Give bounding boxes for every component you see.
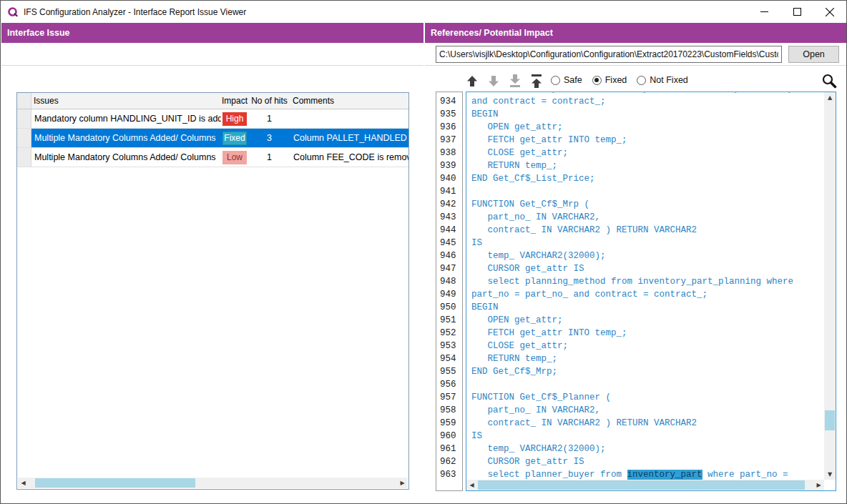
- line-number: 962: [436, 455, 462, 468]
- close-icon: [826, 8, 834, 16]
- code-line: BEGIN: [471, 108, 824, 121]
- line-number: 948: [436, 275, 462, 288]
- line-number: 951: [436, 314, 462, 327]
- comment-cell: Column FEE_CODE is removed f: [290, 148, 408, 167]
- code-line: select planner_buyer from inventory_part…: [471, 468, 824, 480]
- line-number: 959: [436, 417, 462, 430]
- column-header-impact[interactable]: Impact: [221, 93, 248, 109]
- issues-horizontal-scrollbar[interactable]: ◀ ▶: [18, 478, 408, 488]
- radio-not-fixed[interactable]: Not Fixed: [637, 75, 688, 85]
- code-line: END Get_Cf$_Mrp;: [471, 365, 824, 378]
- radio-circle-icon[interactable]: [551, 76, 560, 85]
- code-line: FUNCTION Get_Cf$_Mrp (: [471, 198, 824, 211]
- line-number: 943: [436, 211, 462, 224]
- code-line: CLOSE get_attr;: [471, 147, 824, 159]
- line-number: 937: [436, 134, 462, 147]
- line-number: 935: [436, 108, 462, 121]
- code-line: IS: [471, 430, 824, 443]
- app-icon: [7, 6, 19, 18]
- line-number: 936: [436, 121, 462, 134]
- minimize-icon: [760, 8, 768, 16]
- references-panel: References/ Potential Impact Open SafeFi…: [425, 23, 847, 503]
- search-button[interactable]: [821, 72, 838, 89]
- code-line: FUNCTION Get_Cf$_Planner (: [471, 391, 824, 404]
- line-number-gutter: 9349359369379389399409419429439449459469…: [436, 92, 463, 491]
- arrow-down-icon: [488, 75, 499, 87]
- hits-cell: 1: [248, 109, 290, 128]
- open-button[interactable]: Open: [788, 46, 839, 63]
- radio-circle-icon[interactable]: [637, 76, 646, 85]
- maximize-icon: [793, 8, 801, 16]
- line-number: 952: [436, 327, 462, 340]
- maximize-button[interactable]: [780, 1, 813, 23]
- scroll-right-icon[interactable]: ▶: [813, 480, 824, 490]
- code-content: select list_price from sales_price_list …: [466, 92, 824, 480]
- column-header-comments[interactable]: Comments: [290, 93, 408, 109]
- radio-safe[interactable]: Safe: [551, 75, 582, 85]
- arrow-down-to-line-icon: [509, 74, 521, 88]
- file-path-input[interactable]: [436, 46, 782, 63]
- row-selector[interactable]: [17, 109, 31, 128]
- scrollbar-thumb[interactable]: [478, 480, 805, 490]
- right-upper-band: Open: [425, 43, 847, 66]
- line-number: 953: [436, 340, 462, 352]
- line-number: 938: [436, 147, 462, 159]
- code-line: END Get_Cf$_List_Price;: [471, 172, 824, 185]
- table-row[interactable]: Mandatory column HANDLING_UNIT_ID is add…: [17, 109, 408, 129]
- scroll-down-icon[interactable]: ▼: [824, 469, 836, 480]
- table-row[interactable]: Multiple Mandatory Columns Added/ Column…: [17, 129, 408, 148]
- scroll-right-icon[interactable]: ▶: [397, 478, 408, 488]
- code-line: [471, 378, 824, 391]
- column-header-issues[interactable]: Issues: [31, 93, 221, 109]
- code-line: temp_ VARCHAR2(32000);: [471, 249, 824, 262]
- scroll-up-icon[interactable]: ▲: [824, 92, 836, 103]
- table-row[interactable]: Multiple Mandatory Columns Added/ Column…: [17, 148, 408, 167]
- scroll-left-icon[interactable]: ◀: [18, 478, 29, 488]
- issues-table-body: Mandatory column HANDLING_UNIT_ID is add…: [17, 109, 408, 167]
- line-number: 955: [436, 365, 462, 378]
- code-line: OPEN get_attr;: [471, 121, 824, 134]
- code-line: FETCH get_attr INTO temp_;: [471, 327, 824, 340]
- line-number: 961: [436, 443, 462, 455]
- code-line: contract_ IN VARCHAR2 ) RETURN VARCHAR2: [471, 417, 824, 430]
- row-selector[interactable]: [17, 129, 31, 147]
- arrow-up-to-line-icon: [531, 74, 542, 88]
- code-line: temp_ VARCHAR2(32000);: [471, 443, 824, 455]
- column-header-hits[interactable]: No of hits: [248, 93, 290, 109]
- previous-hit-button[interactable]: [464, 74, 480, 88]
- code-viewer: select list_price from sales_price_list …: [466, 92, 836, 491]
- comment-cell: [290, 109, 408, 128]
- code-line: part_no_ IN VARCHAR2,: [471, 211, 824, 224]
- scroll-left-icon[interactable]: ◀: [466, 480, 477, 490]
- scrollbar-thumb[interactable]: [825, 410, 835, 430]
- fix-filter-radio-group: SafeFixedNot Fixed: [551, 75, 688, 85]
- code-line: contract_ IN VARCHAR2 ) RETURN VARCHAR2: [471, 224, 824, 237]
- last-hit-button[interactable]: [507, 74, 523, 88]
- close-button[interactable]: [813, 1, 846, 23]
- code-horizontal-scrollbar[interactable]: ◀ ▶: [466, 480, 824, 490]
- line-number: 944: [436, 224, 462, 237]
- hits-cell: 3: [248, 129, 290, 147]
- impact-badge: Fixed: [222, 132, 247, 145]
- minimize-button[interactable]: [748, 1, 780, 23]
- code-line: CURSOR get_attr IS: [471, 455, 824, 468]
- row-selector[interactable]: [17, 148, 31, 167]
- radio-fixed[interactable]: Fixed: [592, 75, 627, 85]
- line-number: 946: [436, 249, 462, 262]
- code-vertical-scrollbar[interactable]: ▲ ▼: [824, 92, 836, 480]
- scrollbar-thumb[interactable]: [35, 478, 195, 488]
- code-line: IS: [471, 237, 824, 249]
- line-number: 960: [436, 430, 462, 443]
- first-hit-button[interactable]: [529, 74, 544, 88]
- line-number: 950: [436, 301, 462, 314]
- next-hit-button[interactable]: [486, 74, 501, 88]
- radio-circle-icon[interactable]: [592, 76, 602, 85]
- issue-cell: Mandatory column HANDLING_UNIT_ID is add…: [31, 109, 221, 128]
- code-line: CURSOR get_attr IS: [471, 262, 824, 275]
- line-number: 956: [436, 378, 462, 391]
- issues-table: Issues Impact No of hits Comments Mandat…: [16, 92, 409, 490]
- line-number: 949: [436, 288, 462, 301]
- radio-label: Not Fixed: [650, 75, 688, 85]
- hit-navigation-toolbar: [464, 74, 544, 88]
- line-number: 945: [436, 237, 462, 249]
